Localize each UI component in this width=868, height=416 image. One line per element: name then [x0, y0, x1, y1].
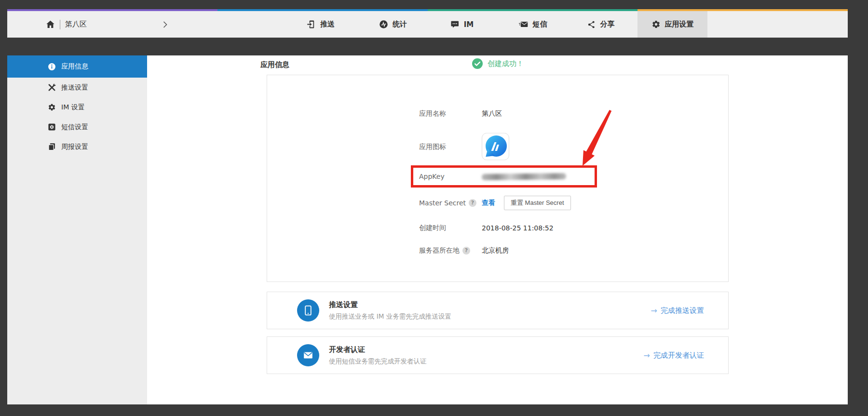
push-settings-card: 推送设置 使用推送业务或 IM 业务需先完成推送设置 完成推送设置 — [267, 292, 729, 329]
nav-item-share[interactable]: 分享 — [579, 11, 624, 38]
server-location-value: 北京机房 — [482, 246, 509, 255]
help-icon[interactable] — [469, 199, 476, 207]
app-name-value: 第八区 — [482, 109, 502, 118]
im-chat-icon — [450, 20, 460, 29]
app-logo-icon — [482, 133, 509, 161]
field-row-created-at: 创建时间 2018-08-25 11:08:52 — [419, 224, 554, 232]
field-label: AppKey — [419, 173, 482, 180]
success-banner: 创建成功！ — [472, 58, 524, 69]
card-description: 使用推送业务或 IM 业务需先完成推送设置 — [329, 312, 451, 321]
view-secret-link[interactable]: 查看 — [482, 199, 495, 207]
push-icon — [307, 20, 316, 29]
home-icon[interactable] — [46, 20, 55, 29]
top-navbar: 第八区 推送 统计 IM 短信 — [7, 9, 848, 38]
breadcrumb-app-name[interactable]: 第八区 — [65, 20, 87, 29]
page-title: 应用信息 — [260, 60, 289, 69]
sms-icon — [519, 20, 529, 29]
chevron-right-icon[interactable] — [163, 21, 167, 28]
nav-item-push[interactable]: 推送 — [298, 11, 343, 38]
field-label: 服务器所在地 — [419, 246, 460, 255]
field-label: 创建时间 — [419, 224, 482, 232]
sidebar-item-sms-settings[interactable]: 短信设置 — [7, 117, 147, 137]
gear-ring-icon — [48, 103, 56, 111]
nav-item-stats[interactable]: 统计 — [370, 11, 416, 38]
share-icon — [587, 20, 596, 29]
card-description: 使用短信业务需先完成开发者认证 — [329, 357, 427, 366]
sidebar-item-push-settings[interactable]: 推送设置 — [7, 78, 147, 97]
card-title: 开发者认证 — [329, 345, 427, 354]
field-label: Master Secret — [419, 199, 466, 207]
success-message: 创建成功！ — [488, 59, 524, 68]
field-row-server-location: 服务器所在地 北京机房 — [419, 246, 509, 255]
mail-icon — [297, 344, 319, 366]
help-icon[interactable] — [462, 247, 470, 255]
field-label: 应用名称 — [419, 109, 482, 118]
reset-master-secret-button[interactable]: 重置 Master Secret — [504, 196, 571, 210]
sidebar-item-im-settings[interactable]: IM 设置 — [7, 97, 147, 117]
nav-item-app-settings[interactable]: 应用设置 — [637, 11, 707, 38]
appkey-masked-value — [482, 173, 566, 180]
sidebar-item-app-info[interactable]: 应用信息 — [7, 55, 147, 78]
created-at-value: 2018-08-25 11:08:52 — [482, 224, 554, 232]
gear-square-icon — [48, 123, 56, 131]
info-icon — [48, 63, 56, 71]
sidebar-item-weekly-report[interactable]: 周报设置 — [7, 137, 147, 157]
report-copy-icon — [48, 143, 56, 151]
field-label: 应用图标 — [419, 142, 482, 151]
phone-icon — [297, 299, 319, 322]
field-row-appkey: AppKey — [419, 173, 566, 180]
complete-push-settings-link[interactable]: 完成推送设置 — [651, 306, 704, 315]
tools-icon — [48, 83, 56, 92]
card-title: 推送设置 — [329, 300, 451, 309]
nav-item-im[interactable]: IM — [442, 11, 483, 38]
stats-icon — [379, 20, 388, 29]
developer-verification-card: 开发者认证 使用短信业务需先完成开发者认证 完成开发者认证 — [267, 336, 729, 374]
app-info-card: 应用名称 第八区 应用图标 AppKey Master Secret 查看 — [267, 75, 729, 282]
gear-icon — [651, 20, 661, 29]
sidebar: 应用信息 推送设置 IM 设置 短信设置 周报设置 — [7, 55, 147, 404]
breadcrumb[interactable]: 第八区 — [46, 11, 167, 38]
field-row-app-icon: 应用图标 — [419, 133, 509, 161]
breadcrumb-divider — [60, 20, 60, 29]
arrow-right-icon — [644, 351, 650, 360]
main-content: 应用信息 创建成功！ 应用名称 第八区 应用图标 AppKey — [147, 55, 848, 404]
field-row-app-name: 应用名称 第八区 — [419, 109, 502, 118]
complete-developer-verification-link[interactable]: 完成开发者认证 — [644, 351, 704, 360]
nav-item-sms[interactable]: 短信 — [510, 11, 556, 38]
arrow-right-icon — [651, 306, 657, 315]
check-circle-icon — [472, 58, 483, 69]
field-row-master-secret: Master Secret 查看 重置 Master Secret — [419, 196, 571, 210]
